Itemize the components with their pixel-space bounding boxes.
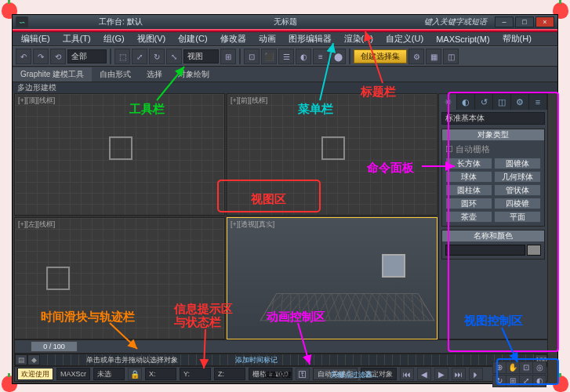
key-icon[interactable]: ⚿ (296, 368, 310, 380)
menu-customize[interactable]: 自定义(U) (380, 32, 429, 45)
min-max-icon[interactable]: ◐ (532, 375, 546, 387)
zoom-extents-icon[interactable]: ⊡ (519, 361, 533, 374)
titlebar[interactable]: ∽ 工作台: 默认 无标题 键入关键字或短语 – □ × (13, 15, 557, 29)
status-addtag[interactable]: 添加时间标记 (235, 355, 278, 365)
ribbon-tab-freeform[interactable]: 自由形式 (92, 67, 139, 82)
menu-view[interactable]: 视图(V) (132, 32, 172, 45)
trackbar-key-icon[interactable]: ◆ (27, 354, 40, 365)
ribbon-tab-objectpaint[interactable]: 对象绘制 (170, 67, 217, 82)
primitive-teapot[interactable]: 茶壶 (445, 211, 492, 223)
angle-snap-button[interactable]: ⬛ (261, 49, 277, 64)
viewport-label[interactable]: [+][前][线框] (231, 96, 267, 106)
menu-grapheditors[interactable]: 图形编辑器 (283, 32, 337, 45)
menu-group[interactable]: 组(G) (98, 32, 130, 45)
menu-modifiers[interactable]: 修改器 (215, 32, 252, 45)
primitive-plane[interactable]: 平面 (494, 211, 541, 223)
percent-snap-button[interactable]: ☰ (278, 49, 294, 64)
cmd-tab-modify-icon[interactable]: ◐ (457, 94, 475, 110)
rollout-header-objecttype[interactable]: 对象类型 (442, 129, 544, 140)
close-button[interactable]: × (536, 16, 554, 27)
key-filter-link[interactable]: 关键点过滤器... (330, 370, 379, 380)
primitive-cylinder[interactable]: 圆柱体 (445, 184, 492, 196)
primitive-cone[interactable]: 圆锥体 (494, 158, 541, 169)
primitive-geosphere[interactable]: 几何球体 (494, 171, 541, 183)
align-button[interactable]: ≡ (313, 49, 329, 64)
goto-end-icon[interactable]: ⏵ (469, 368, 483, 380)
scale-button[interactable]: ⤡ (166, 49, 182, 64)
cmd-tab-create-icon[interactable]: ✳ (439, 94, 457, 110)
keyword-search[interactable]: 键入关键字或短语 (424, 16, 487, 27)
object-cube[interactable] (321, 136, 345, 160)
time-slider-knob[interactable]: 0 / 100 (31, 341, 78, 352)
render-setup-button[interactable]: ▦ (426, 49, 441, 64)
link-button[interactable]: ⟲ (50, 49, 66, 64)
maximize-viewport-icon[interactable]: ⤢ (519, 375, 533, 387)
refcoord-dropdown[interactable]: 视图 (183, 49, 219, 64)
snap-button[interactable]: ⊡ (244, 49, 260, 64)
primitive-torus[interactable]: 圆环 (445, 198, 492, 209)
trackbar-toggle-icon[interactable]: ▤ (15, 354, 27, 365)
viewport-label[interactable]: [+][透视][真实] (231, 220, 274, 230)
cmd-tab-utilities-icon[interactable]: ≡ (529, 94, 547, 110)
autogrid-checkbox[interactable]: ☐自动栅格 (445, 143, 541, 155)
object-color-swatch[interactable] (527, 245, 541, 256)
primitive-box[interactable]: 长方体 (445, 158, 492, 169)
menu-maxscript[interactable]: MAXScript(M) (430, 34, 495, 45)
ribbon-tab-selection[interactable]: 选择 (139, 67, 170, 82)
workspace-selector[interactable]: 工作台: 默认 (99, 16, 143, 27)
primitive-category-dropdown[interactable]: 标准基本体 (441, 112, 545, 125)
viewport-top[interactable]: [+][顶][线框] (14, 93, 225, 216)
object-cube[interactable] (109, 136, 133, 160)
menu-create[interactable]: 创建(C) (172, 32, 212, 45)
move-button[interactable]: ⤢ (132, 49, 147, 64)
render-button[interactable]: ◫ (443, 49, 459, 64)
rollout-header-namecolor[interactable]: 名称和颜色 (442, 230, 544, 241)
set-key-button[interactable]: 设置关键 (263, 370, 292, 380)
prev-frame-icon[interactable]: ◀ (417, 368, 431, 380)
mirror-button[interactable]: ◐ (296, 49, 311, 64)
primitive-pyramid[interactable]: 四棱锥 (494, 198, 541, 209)
filter-dropdown[interactable]: 全部 (67, 49, 107, 64)
viewport-label[interactable]: [+][顶][线框] (18, 96, 55, 106)
app-logo-icon[interactable]: ∽ (16, 16, 28, 27)
layers-button[interactable]: ⬤ (330, 49, 346, 64)
cmd-tab-hierarchy-icon[interactable]: ↺ (475, 94, 493, 110)
viewport-label[interactable]: [+][左][线框] (18, 220, 55, 230)
minimize-button[interactable]: – (495, 16, 514, 27)
next-frame-icon[interactable]: ⏭ (452, 368, 466, 380)
object-cube[interactable] (46, 267, 70, 290)
viewport-front[interactable]: [+][前][线框] (227, 93, 437, 216)
maximize-button[interactable]: □ (515, 16, 534, 27)
object-name-field[interactable] (445, 245, 525, 256)
select-button[interactable]: ⬚ (114, 49, 130, 64)
create-selection-set[interactable]: 创建选择集 (354, 49, 407, 64)
material-editor-button[interactable]: ⚙ (408, 49, 424, 64)
center-icon[interactable]: ⊞ (220, 49, 236, 64)
lock-icon[interactable]: 🔒 (128, 368, 142, 380)
primitive-sphere[interactable]: 球体 (445, 171, 492, 183)
coord-y[interactable]: Y: (180, 368, 211, 380)
cmd-tab-motion-icon[interactable]: ◫ (493, 94, 511, 110)
menu-tools[interactable]: 工具(T) (57, 32, 96, 45)
goto-start-icon[interactable]: ⏮ (400, 368, 414, 380)
play-icon[interactable]: ▶ (434, 368, 448, 380)
viewport-left[interactable]: [+][左][线框] (14, 217, 225, 339)
rotate-button[interactable]: ↻ (149, 49, 165, 64)
coord-z[interactable]: Z: (214, 368, 245, 380)
undo-button[interactable]: ↶ (16, 49, 31, 64)
cmd-tab-display-icon[interactable]: ⚙ (511, 94, 529, 110)
menu-edit[interactable]: 编辑(E) (16, 32, 56, 45)
zoom-icon[interactable]: ⊕ (492, 361, 506, 374)
time-slider[interactable]: 0 / 100 (14, 339, 548, 354)
pan-icon[interactable]: ✋ (506, 361, 520, 374)
redo-button[interactable]: ↷ (33, 49, 49, 64)
orbit-icon[interactable]: ↻ (492, 375, 506, 387)
ribbon-tab-graphite[interactable]: Graphite 建模工具 (13, 67, 92, 82)
menu-render[interactable]: 渲染(R) (339, 32, 379, 45)
viewport-perspective[interactable]: [+][透视][真实] (227, 217, 437, 339)
coord-x[interactable]: X: (145, 368, 176, 380)
primitive-tube[interactable]: 管状体 (494, 184, 541, 196)
zoom-all-icon[interactable]: ⊞ (506, 375, 520, 387)
fov-icon[interactable]: ◎ (532, 361, 546, 374)
status-script[interactable]: MAXScr (56, 368, 90, 380)
